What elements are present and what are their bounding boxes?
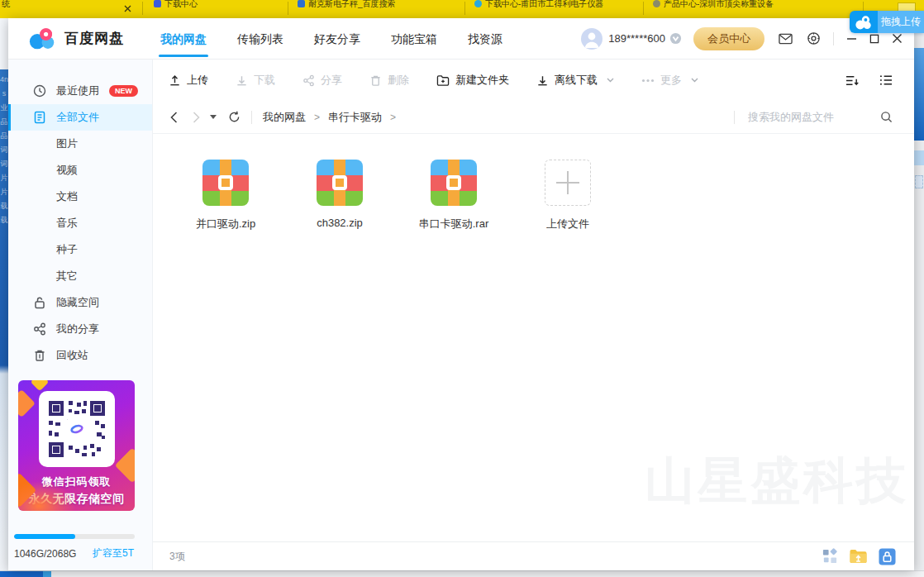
- offline-download-label: 离线下载: [555, 73, 598, 88]
- background-taskbar-notch: [43, 571, 51, 577]
- upload-icon: [169, 74, 181, 87]
- delete-label: 删除: [388, 73, 409, 88]
- share-icon: [33, 322, 46, 336]
- drag-upload-label: 拖拽上传: [878, 11, 924, 33]
- app-title: 百度网盘: [64, 29, 124, 48]
- toolbar: 上传 下载 分享 删除: [153, 60, 914, 101]
- sidebar-item-my-shares[interactable]: 我的分享: [8, 316, 152, 342]
- close-button[interactable]: [892, 33, 903, 44]
- upload-file-tile[interactable]: 上传文件: [518, 160, 617, 231]
- breadcrumb-current[interactable]: 串行卡驱动: [328, 110, 382, 125]
- nav-my-netdisk[interactable]: 我的网盘: [160, 18, 207, 60]
- delete-button[interactable]: 删除: [369, 73, 409, 88]
- hidden-space-lock-icon[interactable]: [879, 548, 896, 565]
- background-tab-4[interactable]: 产品中心-深圳市顶尖称重设备: [653, 0, 774, 10]
- share-label: 分享: [321, 73, 342, 88]
- background-tab-3[interactable]: 下载中心-甫田市工得利电子仪器: [474, 0, 603, 10]
- file-tile-rar-1[interactable]: 串口卡驱动.rar: [404, 160, 503, 231]
- background-tab-1[interactable]: 下载中心: [154, 0, 198, 10]
- tab-favicon: [154, 0, 161, 7]
- upload-label: 上传: [187, 73, 208, 88]
- username[interactable]: 189*****600: [608, 32, 665, 45]
- share-icon: [302, 74, 315, 87]
- clock-icon: [33, 84, 46, 98]
- minimize-button[interactable]: [846, 33, 857, 44]
- background-right-block: [914, 150, 924, 165]
- drag-upload-tag[interactable]: 拖拽上传: [850, 11, 924, 33]
- sidebar-item-label: 我的分享: [56, 322, 99, 336]
- background-tab-2[interactable]: 耐克斯电子秤_百度搜索: [298, 0, 396, 10]
- forward-button[interactable]: [193, 112, 200, 123]
- sidebar-item-label: 回收站: [56, 348, 88, 363]
- background-tab-partial[interactable]: 统: [2, 0, 10, 10]
- tab-separator: [142, 2, 143, 15]
- sidebar-item-recent[interactable]: 最近使用 NEW: [8, 78, 152, 104]
- sidebar-item-music[interactable]: 音乐: [8, 210, 152, 236]
- mini-apps-grid-icon[interactable]: [822, 548, 838, 565]
- member-center-button[interactable]: 会员中心: [693, 27, 764, 50]
- sidebar-item-videos[interactable]: 视频: [8, 157, 152, 184]
- storage-expand-link[interactable]: 扩容至5T: [93, 546, 134, 560]
- more-label: 更多: [660, 73, 682, 88]
- sidebar-item-others[interactable]: 其它: [8, 263, 152, 289]
- mail-icon[interactable]: [779, 33, 793, 45]
- settings-gear-icon[interactable]: [807, 31, 821, 45]
- sidebar-item-recycle-bin[interactable]: 回收站: [8, 342, 152, 369]
- lock-icon: [33, 296, 46, 309]
- folder-plus-icon: [436, 74, 450, 87]
- breadcrumb-divider: [251, 111, 252, 124]
- nav-find-resources[interactable]: 找资源: [468, 18, 502, 60]
- refresh-icon[interactable]: [228, 111, 241, 123]
- chevron-down-icon: [691, 78, 698, 83]
- file-name: 并口驱动.zip: [196, 217, 255, 231]
- sidebar-item-pictures[interactable]: 图片: [8, 131, 152, 157]
- avatar[interactable]: [581, 28, 603, 50]
- download-icon: [236, 74, 248, 87]
- archive-file-icon: [431, 160, 477, 206]
- list-view-icon[interactable]: [879, 74, 893, 87]
- sidebar-item-label: 其它: [56, 269, 78, 284]
- maximize-button[interactable]: [869, 34, 879, 44]
- sidebar-item-torrents[interactable]: 种子: [8, 236, 152, 263]
- view-tools: [845, 74, 914, 87]
- file-tile-zip-1[interactable]: 并口驱动.zip: [176, 160, 275, 231]
- offline-download-button[interactable]: 离线下载: [536, 73, 614, 88]
- download-button[interactable]: 下载: [236, 73, 275, 88]
- new-folder-button[interactable]: 新建文件夹: [436, 73, 509, 88]
- search-icon[interactable]: [880, 111, 893, 123]
- back-button[interactable]: [170, 112, 178, 123]
- background-right-block: [915, 175, 923, 188]
- watermark: 山星盛科技: [645, 448, 909, 515]
- history-dropdown-icon[interactable]: [210, 115, 217, 119]
- breadcrumb-root[interactable]: 我的网盘: [263, 110, 306, 125]
- promo-diamond-shape: [31, 380, 50, 391]
- search-box: [734, 111, 914, 124]
- share-button[interactable]: 分享: [302, 73, 342, 88]
- folder-upload-icon[interactable]: [849, 548, 868, 565]
- new-folder-label: 新建文件夹: [455, 73, 509, 88]
- status-bar: 3项: [153, 541, 914, 570]
- sidebar-item-all-files[interactable]: 全部文件: [8, 104, 152, 131]
- nav-friend-share[interactable]: 好友分享: [314, 18, 360, 60]
- download-label: 下载: [254, 73, 275, 88]
- nav-transfer-list[interactable]: 传输列表: [237, 18, 283, 60]
- file-tile-zip-2[interactable]: ch382.zip: [290, 160, 389, 231]
- tab-separator: [288, 2, 288, 15]
- background-tab-1-label: 下载中心: [164, 0, 198, 10]
- upload-button[interactable]: 上传: [169, 73, 208, 88]
- sidebar-item-documents[interactable]: 文档: [8, 184, 152, 210]
- wechat-qr-promo-banner[interactable]: 微信扫码领取 永久无限存储空间: [18, 380, 135, 511]
- sidebar: 最近使用 NEW 全部文件 图片 视频 文档 音乐 种子 其它: [8, 60, 153, 570]
- tab-favicon: [474, 0, 482, 7]
- background-tab-close-icon[interactable]: [124, 1, 131, 16]
- background-right-window-sliver: [914, 18, 924, 570]
- search-input[interactable]: [748, 111, 872, 123]
- sort-order-icon[interactable]: [845, 74, 860, 87]
- vip-badge-icon[interactable]: [669, 32, 682, 45]
- more-button[interactable]: 更多: [641, 73, 698, 88]
- background-taskbar-block: [0, 571, 43, 577]
- nav-toolbox[interactable]: 功能宝箱: [391, 18, 437, 60]
- sidebar-item-hidden-space[interactable]: 隐藏空间: [8, 289, 152, 316]
- upload-tile-label: 上传文件: [546, 217, 589, 231]
- status-icons: [822, 548, 914, 565]
